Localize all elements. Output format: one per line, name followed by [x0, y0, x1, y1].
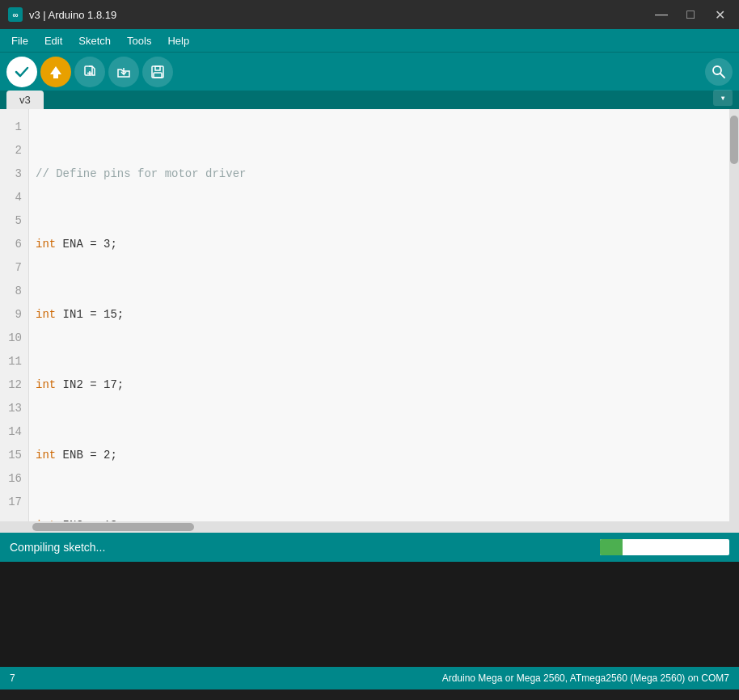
line-number: 13	[6, 397, 22, 420]
upload-button[interactable]	[40, 57, 71, 87]
svg-marker-0	[50, 66, 61, 78]
menu-tools[interactable]: Tools	[119, 31, 159, 50]
code-editor[interactable]: // Define pins for motor driver int ENA …	[29, 109, 729, 521]
new-icon	[82, 64, 98, 80]
menu-sketch[interactable]: Sketch	[70, 31, 119, 50]
tab-v3[interactable]: v3	[6, 91, 44, 109]
code-line-1: // Define pins for motor driver	[36, 162, 723, 186]
line-number: 1	[6, 116, 22, 139]
horizontal-scrollbar[interactable]	[0, 521, 739, 533]
tab-bar: v3 ▾	[0, 91, 739, 109]
app-icon: ∞	[8, 7, 23, 22]
save-icon	[150, 64, 166, 80]
compile-bar: Compiling sketch...	[0, 533, 739, 562]
line-number: 12	[6, 373, 22, 397]
line-number: 14	[6, 420, 22, 444]
compile-progress-bar	[600, 539, 729, 555]
code-line-5: int ENB = 2;	[36, 444, 723, 467]
line-number: 11	[6, 350, 22, 373]
line-number: 8	[6, 280, 22, 303]
search-icon	[712, 65, 726, 79]
open-icon	[116, 64, 132, 80]
open-button[interactable]	[108, 57, 139, 87]
window-controls: — □ ✕	[650, 3, 731, 26]
line-number: 7	[6, 256, 22, 280]
maximize-button[interactable]: □	[679, 3, 702, 26]
compile-progress-fill	[600, 539, 623, 555]
line-number: 17	[6, 491, 22, 514]
line-number: 9	[6, 303, 22, 327]
status-bar: 7 Arduino Mega or Mega 2560, ATmega2560 …	[0, 667, 739, 689]
status-line-number: 7	[10, 673, 15, 684]
new-button[interactable]	[74, 57, 105, 87]
status-board-info: Arduino Mega or Mega 2560, ATmega2560 (M…	[442, 673, 729, 684]
code-line-2: int ENA = 3;	[36, 233, 723, 256]
menu-file[interactable]: File	[3, 31, 36, 50]
svg-rect-7	[154, 73, 162, 78]
vertical-scrollbar[interactable]	[729, 109, 739, 521]
line-number: 10	[6, 327, 22, 350]
console-area	[0, 562, 739, 667]
svg-rect-6	[155, 66, 160, 70]
verify-icon	[14, 64, 30, 80]
svg-line-9	[720, 74, 724, 78]
line-number: 3	[6, 162, 22, 186]
line-number: 16	[6, 467, 22, 491]
h-scrollbar-thumb[interactable]	[32, 523, 194, 531]
upload-icon	[48, 64, 64, 80]
code-line-6: int IN3 = 18;	[36, 514, 723, 521]
line-number: 6	[6, 233, 22, 256]
save-button[interactable]	[142, 57, 173, 87]
line-numbers: 1 2 3 4 5 6 7 8 9 10 11 12 13 14 15 16 1…	[0, 109, 29, 521]
close-button[interactable]: ✕	[708, 3, 731, 26]
line-number: 2	[6, 139, 22, 162]
svg-rect-1	[85, 66, 92, 75]
menu-edit[interactable]: Edit	[36, 31, 70, 50]
minimize-button[interactable]: —	[650, 3, 673, 26]
code-line-4: int IN2 = 17;	[36, 373, 723, 397]
title-bar: ∞ v3 | Arduino 1.8.19 — □ ✕	[0, 0, 739, 29]
line-number: 4	[6, 186, 22, 209]
tab-dropdown-arrow[interactable]: ▾	[713, 90, 733, 106]
editor-area: 1 2 3 4 5 6 7 8 9 10 11 12 13 14 15 16 1…	[0, 109, 739, 521]
menu-bar: File Edit Sketch Tools Help	[0, 29, 739, 52]
compile-message: Compiling sketch...	[10, 541, 105, 554]
line-number: 15	[6, 444, 22, 467]
verify-button[interactable]	[6, 57, 37, 87]
line-number: 5	[6, 209, 22, 233]
scrollbar-thumb[interactable]	[730, 116, 738, 164]
toolbar	[0, 52, 739, 91]
search-button[interactable]	[705, 58, 733, 86]
window-title: v3 | Arduino 1.8.19	[29, 9, 650, 21]
menu-help[interactable]: Help	[159, 31, 197, 50]
code-line-3: int IN1 = 15;	[36, 303, 723, 327]
